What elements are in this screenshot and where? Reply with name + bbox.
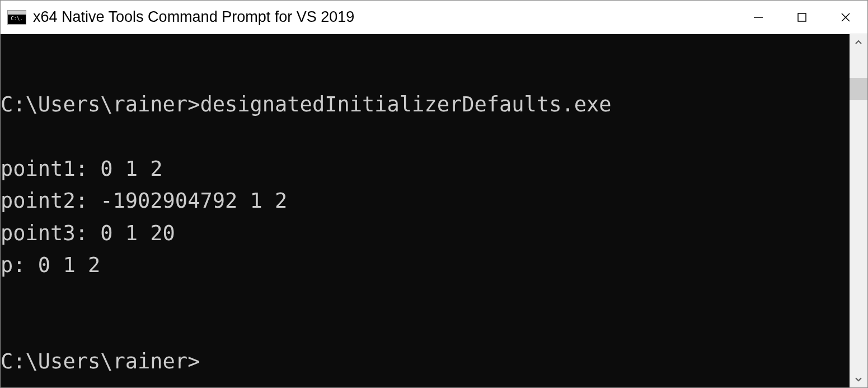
- terminal-output[interactable]: C:\Users\rainer>designatedInitializerDef…: [1, 34, 850, 387]
- app-icon-text: C:\.: [11, 16, 23, 21]
- maximize-icon: [796, 12, 808, 23]
- window-title: x64 Native Tools Command Prompt for VS 2…: [33, 8, 736, 26]
- minimize-icon: [753, 12, 764, 23]
- svg-rect-1: [798, 13, 806, 21]
- titlebar: C:\. x64 Native Tools Command Prompt for…: [1, 1, 867, 34]
- close-button[interactable]: [824, 1, 867, 34]
- app-icon: C:\.: [7, 10, 26, 25]
- scroll-thumb[interactable]: [850, 78, 867, 100]
- maximize-button[interactable]: [780, 1, 824, 34]
- close-icon: [840, 12, 851, 23]
- window-controls: [736, 1, 867, 34]
- minimize-button[interactable]: [736, 1, 780, 34]
- chevron-up-icon: [855, 39, 862, 46]
- terminal-area: C:\Users\rainer>designatedInitializerDef…: [1, 34, 867, 387]
- scroll-down-arrow[interactable]: [850, 371, 867, 387]
- scroll-track[interactable]: [850, 51, 867, 371]
- chevron-down-icon: [855, 375, 862, 383]
- scroll-up-arrow[interactable]: [850, 34, 867, 51]
- scrollbar[interactable]: [850, 34, 867, 387]
